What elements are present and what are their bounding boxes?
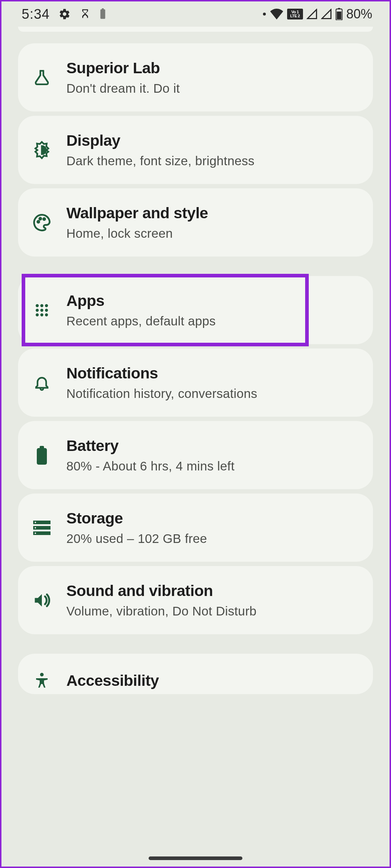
wifi-icon [270,9,284,19]
svg-point-10 [40,304,43,307]
signal-icon-1 [307,9,317,19]
item-title: Superior Lab [66,59,360,77]
status-clock: 5:34 [22,6,50,22]
settings-item-accessibility[interactable]: Accessibility [18,654,373,694]
svg-point-13 [40,308,43,311]
svg-rect-1 [102,8,104,10]
svg-point-23 [35,522,36,523]
settings-icon [58,8,71,20]
settings-item-storage[interactable]: Storage 20% used – 102 GB free [18,494,373,562]
item-title: Apps [66,292,360,310]
svg-point-24 [35,527,36,529]
svg-point-12 [36,308,39,311]
item-title: Accessibility [66,672,360,689]
dot-icon [263,12,266,16]
svg-point-17 [45,313,48,316]
flask-icon [31,67,53,88]
svg-rect-4 [338,8,340,9]
settings-item-sound[interactable]: Sound and vibration Volume, vibration, D… [18,566,373,634]
battery-icon [335,8,343,20]
svg-point-26 [40,673,44,676]
navigation-gesture-bar[interactable] [149,856,242,860]
volte-icon: Vo 1 LTE 2 [287,9,303,19]
svg-point-2 [263,13,266,16]
item-subtitle: Volume, vibration, Do Not Disturb [66,604,360,618]
item-subtitle: Recent apps, default apps [66,314,360,328]
svg-point-25 [35,532,36,534]
status-bar: 5:34 Vo 1 LTE 2 80% [1,1,390,27]
svg-rect-5 [337,12,342,19]
battery-percent: 80% [346,6,372,22]
settings-group: Apps Recent apps, default apps Notificat… [18,276,373,634]
item-title: Display [66,132,360,149]
svg-rect-0 [100,9,105,19]
item-subtitle: Don't dream it. Do it [66,81,360,96]
item-subtitle: 80% - About 6 hrs, 4 mins left [66,459,360,473]
settings-item-wallpaper[interactable]: Wallpaper and style Home, lock screen [18,188,373,257]
svg-rect-18 [37,448,47,465]
battery-icon [31,444,53,466]
svg-point-14 [45,308,48,311]
item-subtitle: Notification history, conversations [66,386,360,401]
settings-list: Superior Lab Don't dream it. Do it Displ… [1,27,390,694]
item-title: Notifications [66,364,360,382]
item-title: Battery [66,437,360,455]
item-title: Storage [66,509,360,527]
previous-card-sliver [18,27,373,32]
settings-item-superior-lab[interactable]: Superior Lab Don't dream it. Do it [18,43,373,111]
svg-point-11 [45,304,48,307]
svg-point-15 [36,313,39,316]
brightness-icon [31,139,53,161]
volume-icon [31,589,53,611]
settings-item-apps[interactable]: Apps Recent apps, default apps [18,276,373,344]
svg-point-8 [43,218,45,220]
accessibility-icon [31,670,53,691]
item-subtitle: Home, lock screen [66,226,360,241]
item-subtitle: 20% used – 102 GB free [66,531,360,546]
settings-item-battery[interactable]: Battery 80% - About 6 hrs, 4 mins left [18,421,373,489]
svg-point-16 [40,313,43,316]
svg-point-7 [39,218,41,219]
item-title: Sound and vibration [66,582,360,600]
svg-rect-19 [40,446,44,449]
bell-icon [31,372,53,394]
palette-icon [31,212,53,233]
settings-group: Superior Lab Don't dream it. Do it Displ… [18,43,373,257]
settings-group: Accessibility [18,654,373,694]
storage-icon [31,517,53,539]
apps-grid-icon [31,299,53,321]
signal-icon-2 [321,9,332,19]
item-subtitle: Dark theme, font size, brightness [66,154,360,168]
settings-item-notifications[interactable]: Notifications Notification history, conv… [18,348,373,417]
settings-item-display[interactable]: Display Dark theme, font size, brightnes… [18,116,373,184]
svg-point-6 [38,221,39,223]
svg-point-9 [36,304,39,307]
battery-small-icon [100,8,106,20]
hourglass-icon [79,8,91,20]
item-title: Wallpaper and style [66,204,360,222]
